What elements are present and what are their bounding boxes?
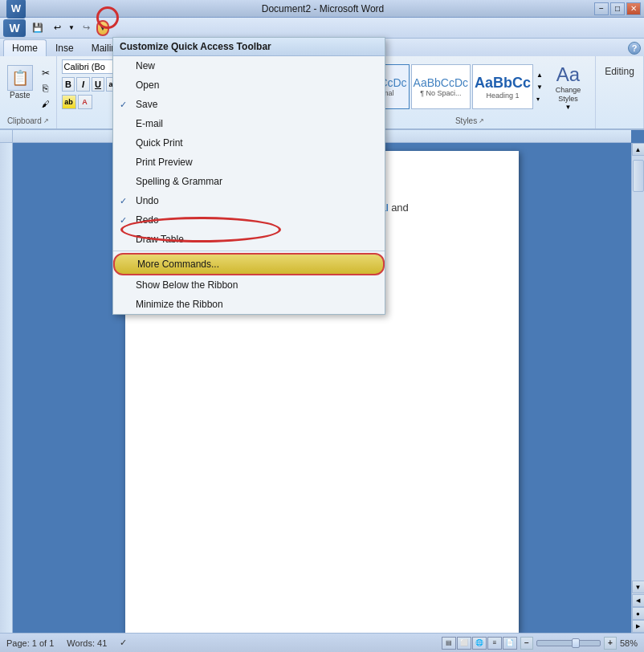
customize-toolbar-menu: Customize Quick Access Toolbar New Open … <box>112 37 385 315</box>
menu-item-label: Print Preview <box>136 157 193 168</box>
menu-item-show-below[interactable]: Show Below the Ribbon <box>113 275 385 295</box>
menu-item-redo[interactable]: ✓ Redo <box>113 210 385 230</box>
menu-item-print-preview[interactable]: Print Preview <box>113 153 385 172</box>
menu-item-label: Spelling & Grammar <box>136 176 222 187</box>
menu-item-label: E-mail <box>136 118 163 129</box>
check-icon: ✓ <box>120 100 127 110</box>
menu-item-new[interactable]: New <box>113 56 385 75</box>
menu-item-label: Open <box>136 79 159 91</box>
menu-item-more-commands[interactable]: More Commands... <box>113 253 385 275</box>
menu-item-label: Save <box>136 99 157 110</box>
menu-item-quick-print[interactable]: Quick Print <box>113 133 385 153</box>
menu-item-label: New <box>136 60 155 71</box>
menu-item-label: Redo <box>136 214 159 226</box>
menu-item-undo[interactable]: ✓ Undo <box>113 191 385 210</box>
dropdown-overlay: Customize Quick Access Toolbar New Open … <box>0 0 644 652</box>
menu-item-label: Undo <box>136 195 159 206</box>
menu-item-email[interactable]: E-mail <box>113 114 385 133</box>
dropdown-header: Customize Quick Access Toolbar <box>113 38 385 56</box>
menu-item-spelling[interactable]: Spelling & Grammar <box>113 172 385 191</box>
menu-item-label: Minimize the Ribbon <box>136 299 223 310</box>
check-icon: ✓ <box>120 215 127 226</box>
menu-item-save[interactable]: ✓ Save <box>113 95 385 114</box>
menu-item-minimize-ribbon[interactable]: Minimize the Ribbon <box>113 295 385 314</box>
menu-item-label: Show Below the Ribbon <box>136 279 238 291</box>
menu-separator <box>113 251 385 251</box>
menu-item-label: More Commands... <box>137 259 219 270</box>
menu-item-open[interactable]: Open <box>113 75 385 95</box>
check-icon: ✓ <box>120 196 127 206</box>
menu-item-label: Quick Print <box>136 137 183 149</box>
menu-item-label: Draw Table <box>136 234 184 245</box>
menu-item-draw-table[interactable]: Draw Table <box>113 230 385 249</box>
